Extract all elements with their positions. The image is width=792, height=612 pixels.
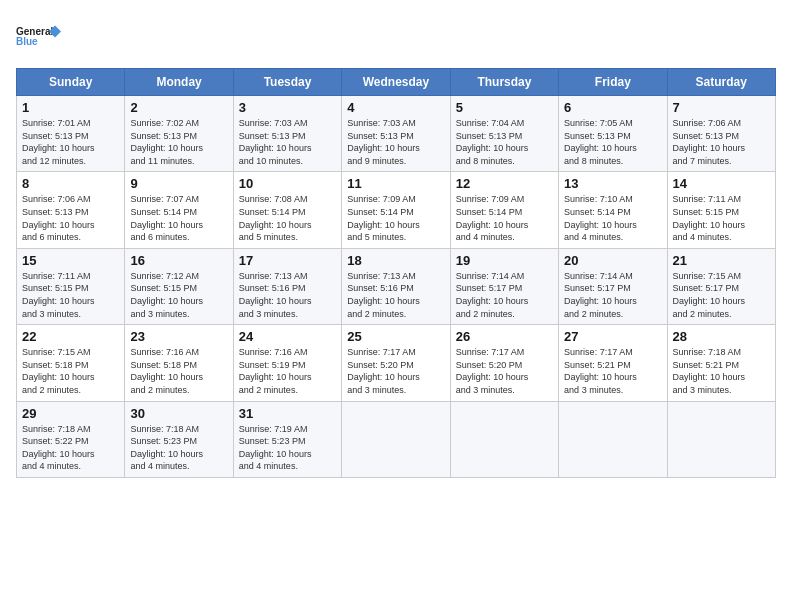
svg-text:Blue: Blue (16, 36, 38, 47)
day-info: Sunrise: 7:03 AMSunset: 5:13 PMDaylight:… (239, 117, 336, 167)
day-number: 7 (673, 100, 770, 115)
calendar-cell: 7 Sunrise: 7:06 AMSunset: 5:13 PMDayligh… (667, 96, 775, 172)
day-number: 16 (130, 253, 227, 268)
day-number: 6 (564, 100, 661, 115)
day-number: 31 (239, 406, 336, 421)
calendar-cell: 28 Sunrise: 7:18 AMSunset: 5:21 PMDaylig… (667, 325, 775, 401)
calendar-cell: 18 Sunrise: 7:13 AMSunset: 5:16 PMDaylig… (342, 248, 450, 324)
calendar-cell: 16 Sunrise: 7:12 AMSunset: 5:15 PMDaylig… (125, 248, 233, 324)
calendar-cell: 10 Sunrise: 7:08 AMSunset: 5:14 PMDaylig… (233, 172, 341, 248)
day-info: Sunrise: 7:03 AMSunset: 5:13 PMDaylight:… (347, 117, 444, 167)
day-header-tuesday: Tuesday (233, 69, 341, 96)
day-info: Sunrise: 7:18 AMSunset: 5:21 PMDaylight:… (673, 346, 770, 396)
logo: General Blue (16, 16, 66, 58)
calendar-cell: 25 Sunrise: 7:17 AMSunset: 5:20 PMDaylig… (342, 325, 450, 401)
calendar-cell: 24 Sunrise: 7:16 AMSunset: 5:19 PMDaylig… (233, 325, 341, 401)
day-info: Sunrise: 7:06 AMSunset: 5:13 PMDaylight:… (22, 193, 119, 243)
day-info: Sunrise: 7:07 AMSunset: 5:14 PMDaylight:… (130, 193, 227, 243)
day-info: Sunrise: 7:17 AMSunset: 5:20 PMDaylight:… (347, 346, 444, 396)
day-header-thursday: Thursday (450, 69, 558, 96)
day-number: 26 (456, 329, 553, 344)
calendar-cell (667, 401, 775, 477)
day-info: Sunrise: 7:04 AMSunset: 5:13 PMDaylight:… (456, 117, 553, 167)
calendar-week-3: 15 Sunrise: 7:11 AMSunset: 5:15 PMDaylig… (17, 248, 776, 324)
day-number: 29 (22, 406, 119, 421)
day-number: 3 (239, 100, 336, 115)
day-number: 19 (456, 253, 553, 268)
svg-text:General: General (16, 26, 53, 37)
calendar-cell (342, 401, 450, 477)
day-number: 8 (22, 176, 119, 191)
day-header-sunday: Sunday (17, 69, 125, 96)
day-info: Sunrise: 7:11 AMSunset: 5:15 PMDaylight:… (22, 270, 119, 320)
day-number: 21 (673, 253, 770, 268)
day-number: 14 (673, 176, 770, 191)
day-number: 28 (673, 329, 770, 344)
calendar-cell: 2 Sunrise: 7:02 AMSunset: 5:13 PMDayligh… (125, 96, 233, 172)
calendar-cell (450, 401, 558, 477)
calendar-cell: 15 Sunrise: 7:11 AMSunset: 5:15 PMDaylig… (17, 248, 125, 324)
day-number: 18 (347, 253, 444, 268)
day-info: Sunrise: 7:08 AMSunset: 5:14 PMDaylight:… (239, 193, 336, 243)
day-header-wednesday: Wednesday (342, 69, 450, 96)
calendar-cell: 30 Sunrise: 7:18 AMSunset: 5:23 PMDaylig… (125, 401, 233, 477)
day-info: Sunrise: 7:09 AMSunset: 5:14 PMDaylight:… (456, 193, 553, 243)
day-number: 30 (130, 406, 227, 421)
day-number: 5 (456, 100, 553, 115)
day-number: 9 (130, 176, 227, 191)
day-info: Sunrise: 7:05 AMSunset: 5:13 PMDaylight:… (564, 117, 661, 167)
day-header-saturday: Saturday (667, 69, 775, 96)
day-info: Sunrise: 7:19 AMSunset: 5:23 PMDaylight:… (239, 423, 336, 473)
day-info: Sunrise: 7:15 AMSunset: 5:17 PMDaylight:… (673, 270, 770, 320)
day-info: Sunrise: 7:12 AMSunset: 5:15 PMDaylight:… (130, 270, 227, 320)
calendar-cell: 11 Sunrise: 7:09 AMSunset: 5:14 PMDaylig… (342, 172, 450, 248)
day-number: 12 (456, 176, 553, 191)
day-info: Sunrise: 7:02 AMSunset: 5:13 PMDaylight:… (130, 117, 227, 167)
day-number: 20 (564, 253, 661, 268)
calendar-table: SundayMondayTuesdayWednesdayThursdayFrid… (16, 68, 776, 478)
day-header-row: SundayMondayTuesdayWednesdayThursdayFrid… (17, 69, 776, 96)
day-info: Sunrise: 7:18 AMSunset: 5:23 PMDaylight:… (130, 423, 227, 473)
calendar-cell: 19 Sunrise: 7:14 AMSunset: 5:17 PMDaylig… (450, 248, 558, 324)
day-info: Sunrise: 7:15 AMSunset: 5:18 PMDaylight:… (22, 346, 119, 396)
day-number: 11 (347, 176, 444, 191)
day-info: Sunrise: 7:13 AMSunset: 5:16 PMDaylight:… (239, 270, 336, 320)
day-info: Sunrise: 7:16 AMSunset: 5:18 PMDaylight:… (130, 346, 227, 396)
calendar-cell: 22 Sunrise: 7:15 AMSunset: 5:18 PMDaylig… (17, 325, 125, 401)
day-info: Sunrise: 7:14 AMSunset: 5:17 PMDaylight:… (564, 270, 661, 320)
calendar-week-1: 1 Sunrise: 7:01 AMSunset: 5:13 PMDayligh… (17, 96, 776, 172)
calendar-week-5: 29 Sunrise: 7:18 AMSunset: 5:22 PMDaylig… (17, 401, 776, 477)
calendar-cell: 1 Sunrise: 7:01 AMSunset: 5:13 PMDayligh… (17, 96, 125, 172)
day-number: 4 (347, 100, 444, 115)
day-info: Sunrise: 7:13 AMSunset: 5:16 PMDaylight:… (347, 270, 444, 320)
day-info: Sunrise: 7:14 AMSunset: 5:17 PMDaylight:… (456, 270, 553, 320)
calendar-cell: 29 Sunrise: 7:18 AMSunset: 5:22 PMDaylig… (17, 401, 125, 477)
day-number: 10 (239, 176, 336, 191)
logo-svg: General Blue (16, 16, 66, 58)
day-number: 27 (564, 329, 661, 344)
day-info: Sunrise: 7:18 AMSunset: 5:22 PMDaylight:… (22, 423, 119, 473)
day-info: Sunrise: 7:17 AMSunset: 5:21 PMDaylight:… (564, 346, 661, 396)
calendar-cell: 9 Sunrise: 7:07 AMSunset: 5:14 PMDayligh… (125, 172, 233, 248)
calendar-cell: 17 Sunrise: 7:13 AMSunset: 5:16 PMDaylig… (233, 248, 341, 324)
day-number: 2 (130, 100, 227, 115)
day-info: Sunrise: 7:10 AMSunset: 5:14 PMDaylight:… (564, 193, 661, 243)
day-number: 15 (22, 253, 119, 268)
calendar-cell: 4 Sunrise: 7:03 AMSunset: 5:13 PMDayligh… (342, 96, 450, 172)
calendar-cell: 13 Sunrise: 7:10 AMSunset: 5:14 PMDaylig… (559, 172, 667, 248)
day-info: Sunrise: 7:16 AMSunset: 5:19 PMDaylight:… (239, 346, 336, 396)
day-number: 24 (239, 329, 336, 344)
calendar-cell: 21 Sunrise: 7:15 AMSunset: 5:17 PMDaylig… (667, 248, 775, 324)
calendar-cell: 6 Sunrise: 7:05 AMSunset: 5:13 PMDayligh… (559, 96, 667, 172)
calendar-cell (559, 401, 667, 477)
day-info: Sunrise: 7:06 AMSunset: 5:13 PMDaylight:… (673, 117, 770, 167)
calendar-cell: 31 Sunrise: 7:19 AMSunset: 5:23 PMDaylig… (233, 401, 341, 477)
day-info: Sunrise: 7:09 AMSunset: 5:14 PMDaylight:… (347, 193, 444, 243)
calendar-cell: 27 Sunrise: 7:17 AMSunset: 5:21 PMDaylig… (559, 325, 667, 401)
calendar-week-4: 22 Sunrise: 7:15 AMSunset: 5:18 PMDaylig… (17, 325, 776, 401)
day-number: 22 (22, 329, 119, 344)
calendar-cell: 14 Sunrise: 7:11 AMSunset: 5:15 PMDaylig… (667, 172, 775, 248)
calendar-week-2: 8 Sunrise: 7:06 AMSunset: 5:13 PMDayligh… (17, 172, 776, 248)
calendar-cell: 3 Sunrise: 7:03 AMSunset: 5:13 PMDayligh… (233, 96, 341, 172)
calendar-cell: 23 Sunrise: 7:16 AMSunset: 5:18 PMDaylig… (125, 325, 233, 401)
